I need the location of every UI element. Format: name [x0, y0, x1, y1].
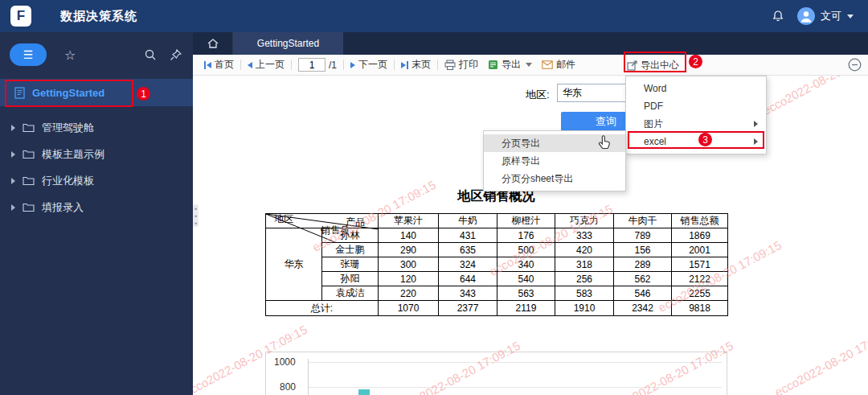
total-cell: 9818	[672, 301, 728, 316]
prev-page-icon	[248, 62, 252, 68]
next-page-label: 下一页	[358, 58, 387, 72]
user-avatar	[797, 7, 815, 25]
chevron-right-icon	[11, 204, 15, 211]
cell: 300	[379, 257, 439, 272]
cell: 290	[379, 243, 439, 257]
cell: 1571	[672, 257, 728, 272]
table-row: 孙阳 120 644 540 256 562 2122	[266, 272, 728, 286]
sidebar-item-data-entry[interactable]: 填报录入	[0, 194, 193, 220]
export-center-label: 导出中心	[641, 59, 679, 72]
sales-table: 产品 销售员 地区 苹果汁 牛奶 柳橙汁 巧克力 牛肉干 销售总额 华东 孙林 …	[265, 213, 728, 316]
table-total-row: 总计: 1070 2377 2119 1910 2342 9818	[266, 301, 728, 316]
print-label: 打印	[459, 58, 478, 72]
hamburger-button[interactable]: ☰	[10, 43, 47, 66]
export-center-button[interactable]: 导出中心	[627, 55, 679, 76]
print-button[interactable]: 打印	[440, 58, 483, 72]
collapse-toolbar-button[interactable]	[848, 58, 862, 72]
export-center-menu: Word PDF 图片 excel	[625, 76, 767, 154]
report-content: ••• 地区: 查询 地区销售概况 产品 销售员 地区	[193, 76, 868, 395]
cell: 644	[439, 272, 497, 286]
export-icon	[488, 60, 498, 70]
menu-item-image[interactable]: 图片	[626, 115, 766, 133]
cell: 546	[614, 286, 672, 301]
menu-item-original-export[interactable]: 原样导出	[484, 152, 625, 170]
corner-header-cell: 产品 销售员 地区	[266, 214, 379, 228]
cell: 563	[497, 286, 555, 301]
cell: 324	[439, 257, 497, 272]
next-page-icon	[350, 62, 355, 68]
column-header: 销售总额	[672, 214, 728, 228]
prev-page-label: 上一页	[256, 58, 285, 72]
cell: 340	[497, 257, 555, 272]
cell: 张珊	[322, 257, 379, 272]
column-header: 巧克力	[555, 214, 614, 228]
export-button[interactable]: 导出	[483, 58, 537, 72]
cell: 635	[439, 243, 497, 257]
tab-bar: GettingStarted	[193, 32, 868, 55]
menu-item-paged-export[interactable]: 分页导出	[484, 134, 625, 152]
main-area: GettingStarted 首页 上一页 /1 下一页 末页	[193, 32, 868, 395]
cell: 袁成洁	[322, 286, 379, 301]
top-bar: F 数据决策系统 文可	[0, 0, 868, 32]
tab-gettingstarted[interactable]: GettingStarted	[233, 32, 343, 55]
user-menu[interactable]: 文可	[797, 7, 854, 25]
sidebar-item-theme-demo[interactable]: 模板主题示例	[0, 141, 193, 167]
menu-item-word[interactable]: Word	[626, 80, 766, 97]
cell: 金士鹏	[322, 243, 379, 257]
mail-label: 邮件	[556, 58, 575, 72]
table-row: 袁成洁 220 343 563 583 546 2255	[266, 286, 728, 301]
menu-item-paged-sheet-export[interactable]: 分页分sheet导出	[484, 170, 625, 187]
chevron-down-icon	[526, 63, 532, 67]
next-page-button[interactable]: 下一页	[346, 58, 392, 72]
chart-preview: 1000 800	[265, 352, 727, 395]
sidebar: ☰ ☆ GettingStarted 管理驾驶舱 模板主题示例	[0, 32, 193, 395]
sidebar-item-dashboard[interactable]: 管理驾驶舱	[0, 114, 193, 141]
prev-page-button[interactable]: 上一页	[243, 58, 289, 72]
cell: 2255	[672, 286, 728, 301]
menu-item-pdf[interactable]: PDF	[626, 97, 766, 115]
document-icon	[14, 87, 25, 99]
pagination-toolbar: 首页 上一页 /1 下一页 末页 打印	[193, 55, 868, 76]
sidebar-resize-handle[interactable]: •••	[193, 204, 199, 227]
star-icon[interactable]: ☆	[64, 47, 76, 63]
submenu-arrow-icon	[754, 138, 758, 145]
sidebar-item-industry-templates[interactable]: 行业化模板	[0, 167, 193, 194]
chevron-right-icon	[11, 151, 15, 158]
folder-icon	[23, 122, 35, 133]
watermark-text: ecco2022-08-20 17:09:15	[772, 323, 868, 395]
mail-button[interactable]: 邮件	[537, 58, 580, 72]
excel-submenu: 分页导出 原样导出 分页分sheet导出	[483, 130, 626, 191]
cell: 318	[555, 257, 614, 272]
search-icon[interactable]	[144, 48, 157, 61]
corner-label-salesperson: 销售员	[321, 224, 350, 237]
cell: 540	[497, 272, 555, 286]
mail-icon	[542, 60, 553, 69]
chevron-right-icon	[11, 178, 15, 184]
ytick-1000: 1000	[274, 356, 296, 368]
bell-icon[interactable]	[772, 10, 784, 23]
pin-icon[interactable]	[170, 49, 182, 61]
page-input[interactable]	[298, 58, 326, 72]
cell: 500	[497, 243, 555, 257]
cell: 789	[614, 228, 672, 243]
first-page-button[interactable]: 首页	[199, 58, 239, 72]
folder-icon	[23, 149, 35, 159]
cell: 289	[614, 257, 672, 272]
sidebar-item-label: 填报录入	[42, 200, 84, 215]
tab-home[interactable]	[193, 32, 233, 55]
cell: 176	[497, 228, 555, 243]
sidebar-item-gettingstarted[interactable]: GettingStarted	[0, 79, 193, 106]
folder-icon	[23, 175, 35, 186]
cell: 333	[555, 228, 614, 243]
last-page-button[interactable]: 末页	[396, 58, 436, 72]
folder-icon	[23, 202, 35, 212]
app-logo: F	[10, 6, 31, 27]
home-icon	[207, 37, 219, 50]
total-label: 总计:	[266, 301, 379, 316]
menu-item-excel[interactable]: excel	[626, 133, 766, 150]
sidebar-item-label: 模板主题示例	[42, 147, 104, 162]
printer-icon	[444, 60, 456, 71]
ytick-800: 800	[280, 381, 296, 393]
cell: 2001	[672, 243, 728, 257]
submenu-arrow-icon	[754, 121, 758, 127]
